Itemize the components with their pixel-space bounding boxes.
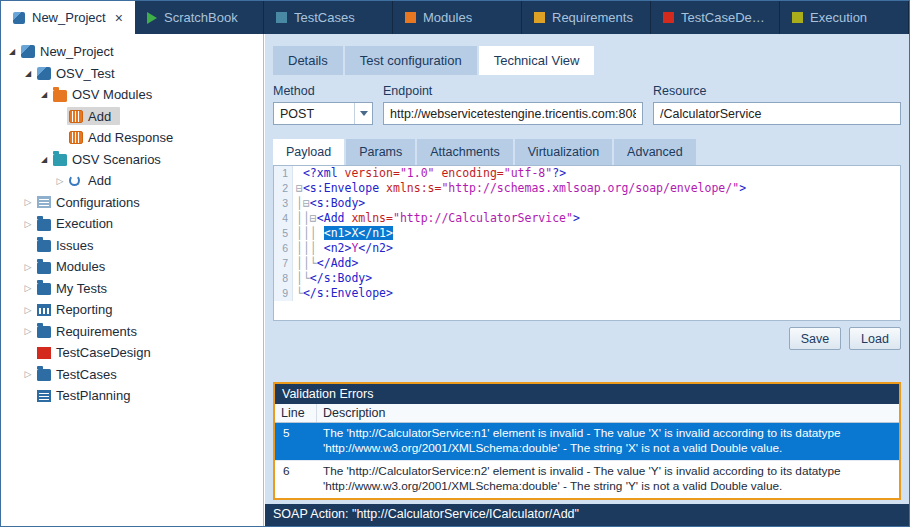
tree-item-modules[interactable]: ▷ Modules <box>1 256 263 278</box>
chevron-down-icon <box>360 111 368 116</box>
tree-item-new-project[interactable]: ◢ New_Project <box>1 41 263 63</box>
tree-item-label: Add Response <box>88 130 173 145</box>
expander-collapsed-icon[interactable]: ▷ <box>53 176 67 186</box>
expander-collapsed-icon[interactable]: ▷ <box>21 219 35 229</box>
tree-item-reporting[interactable]: ▷ Reporting <box>1 299 263 321</box>
expander-expanded-icon[interactable]: ◢ <box>5 47 19 56</box>
expander-collapsed-icon[interactable]: ▷ <box>21 305 35 315</box>
tree-item-label: Execution <box>56 216 113 231</box>
fold-marker-icon[interactable]: │⊟ <box>296 196 310 210</box>
expander-collapsed-icon[interactable]: ▷ <box>21 326 35 336</box>
fold-marker-icon[interactable]: │││ <box>296 241 324 255</box>
validation-error-row[interactable]: 5 The 'http://CalculatorService:n1' elem… <box>275 423 899 460</box>
close-icon[interactable]: × <box>115 11 123 25</box>
xml-payload-editor[interactable]: 1 <?xml version="1.0" encoding="utf-8"?>… <box>273 165 901 321</box>
code-line[interactable]: 4 ││⊟<Add xmlns="http://CalculatorServic… <box>274 211 900 226</box>
tree-item-label: OSV Modules <box>72 87 152 102</box>
play-icon <box>147 12 157 24</box>
tab-advanced[interactable]: Advanced <box>614 139 696 165</box>
tree-item-osv-scenarios[interactable]: ◢ OSV Scenarios <box>1 149 263 171</box>
tree-item-osv-modules[interactable]: ◢ OSV Modules <box>1 84 263 106</box>
expander-collapsed-icon[interactable]: ▷ <box>21 283 35 293</box>
code-token: "http://CalculatorService" <box>393 211 573 225</box>
method-select[interactable]: POST <box>273 102 373 125</box>
tree-item-add-module[interactable]: Add <box>1 106 263 128</box>
tab-virtualization[interactable]: Virtualization <box>515 139 612 165</box>
top-tab-execution[interactable]: Execution <box>780 1 909 34</box>
expander-collapsed-icon[interactable]: ▷ <box>21 369 35 379</box>
code-token: </s:Body> <box>310 271 372 285</box>
expander-collapsed-icon[interactable]: ▷ <box>21 197 35 207</box>
expander-expanded-icon[interactable]: ◢ <box>37 90 51 99</box>
endpoint-input[interactable] <box>383 102 643 125</box>
expander-expanded-icon[interactable]: ◢ <box>37 155 51 164</box>
fold-marker-icon[interactable]: ││└ <box>296 256 317 270</box>
tab-payload[interactable]: Payload <box>273 139 344 165</box>
line-number: 4 <box>274 211 293 226</box>
tree-item-add-scenario[interactable]: ▷ Add <box>1 170 263 192</box>
tree-item-testcasedesign[interactable]: TestCaseDesign <box>1 342 263 364</box>
tree-item-configurations[interactable]: ▷ Configurations <box>1 192 263 214</box>
fold-marker-icon[interactable]: ││⊟ <box>296 211 317 225</box>
code-token: > <box>739 181 746 195</box>
code-line[interactable]: 6 │││ <n2>Y</n2> <box>274 241 900 256</box>
tree-item-testplanning[interactable]: TestPlanning <box>1 385 263 407</box>
resource-input[interactable] <box>653 102 901 125</box>
code-line[interactable]: 9 └</s:Envelope> <box>274 286 900 301</box>
code-line[interactable]: 8 │└</s:Body> <box>274 271 900 286</box>
column-header-description: Description <box>317 404 899 422</box>
code-line[interactable]: 3 │⊟<s:Body> <box>274 196 900 211</box>
tree-item-execution[interactable]: ▷ Execution <box>1 213 263 235</box>
tree-item-testcases[interactable]: ▷ TestCases <box>1 364 263 386</box>
fold-marker-icon[interactable]: ⊟ <box>296 181 303 195</box>
top-tab-new-project[interactable]: New_Project × <box>1 1 135 34</box>
fold-marker-icon[interactable]: │└ <box>296 271 310 285</box>
tab-test-configuration[interactable]: Test configuration <box>345 46 477 75</box>
code-line[interactable]: 1 <?xml version="1.0" encoding="utf-8"?> <box>274 166 900 181</box>
top-tab-testcasedesign[interactable]: TestCaseDesign <box>651 1 780 34</box>
tree-item-label: My Tests <box>56 281 107 296</box>
load-button[interactable]: Load <box>849 327 901 350</box>
tree-item-requirements[interactable]: ▷ Requirements <box>1 321 263 343</box>
line-number: 8 <box>274 271 293 286</box>
tree-item-issues[interactable]: Issues <box>1 235 263 257</box>
column-header-line: Line <box>275 404 317 422</box>
top-tab-requirements[interactable]: Requirements <box>522 1 651 34</box>
tree-item-label: OSV Scenarios <box>72 152 161 167</box>
tree-item-osv-test[interactable]: ◢ OSV_Test <box>1 63 263 85</box>
requirements-icon <box>534 12 545 23</box>
top-tab-modules[interactable]: Modules <box>393 1 522 34</box>
fold-marker-icon[interactable]: └ <box>296 286 303 300</box>
tree-item-label: Add <box>88 173 111 188</box>
code-token: xmlns:s= <box>386 181 441 195</box>
code-line-selected[interactable]: 5 │││ <n1>X</n1> <box>274 226 900 241</box>
testcases-icon <box>276 12 287 23</box>
top-tab-label: Modules <box>423 10 472 25</box>
code-token: <s:Envelope <box>303 181 386 195</box>
code-token: "utf-8" <box>504 166 552 180</box>
top-tab-scratchbook[interactable]: ScratchBook <box>135 1 264 34</box>
tree-item-add-response[interactable]: Add Response <box>1 127 263 149</box>
top-tab-label: New_Project <box>32 10 106 25</box>
code-token: <n2> <box>324 241 352 255</box>
application-window: New_Project × ScratchBook TestCases Modu… <box>0 0 910 527</box>
method-select-dropdown-button[interactable] <box>354 103 372 124</box>
top-tab-bar: New_Project × ScratchBook TestCases Modu… <box>1 1 909 34</box>
tab-params[interactable]: Params <box>346 139 415 165</box>
expander-expanded-icon[interactable]: ◢ <box>21 69 35 78</box>
method-label: Method <box>273 84 373 98</box>
tree-item-my-tests[interactable]: ▷ My Tests <box>1 278 263 300</box>
validation-error-row[interactable]: 6 The 'http://CalculatorService:n2' elem… <box>275 460 899 498</box>
tab-details[interactable]: Details <box>273 46 343 75</box>
code-line[interactable]: 7 ││└</Add> <box>274 256 900 271</box>
code-line[interactable]: 2 ⊟<s:Envelope xmlns:s="http://schemas.x… <box>274 181 900 196</box>
line-number: 7 <box>274 256 293 271</box>
fold-marker-icon[interactable]: │││ <box>296 226 324 240</box>
tab-attachments[interactable]: Attachments <box>417 139 512 165</box>
save-button[interactable]: Save <box>789 327 841 350</box>
top-tab-testcases[interactable]: TestCases <box>264 1 393 34</box>
expander-collapsed-icon[interactable]: ▷ <box>21 262 35 272</box>
tab-technical-view[interactable]: Technical View <box>479 46 595 75</box>
fold-marker-icon[interactable] <box>296 166 303 180</box>
code-token: xmlns= <box>351 211 393 225</box>
